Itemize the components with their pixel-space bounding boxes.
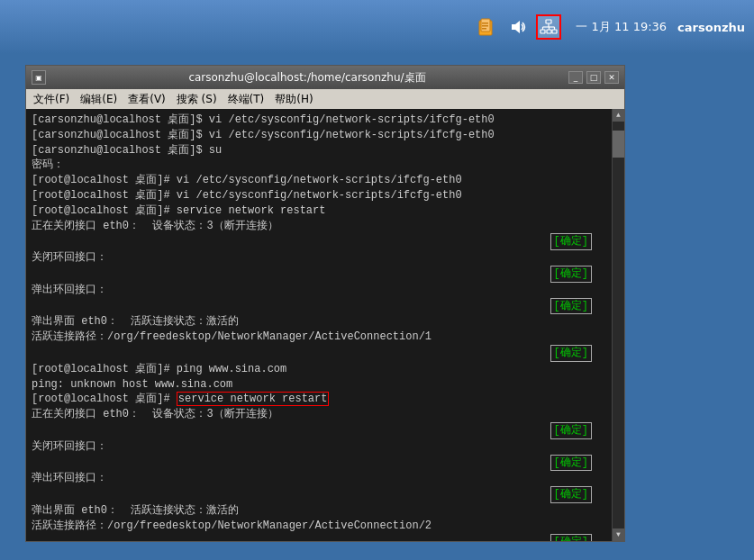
- taskbar: 一 1月 11 19:36 carsonzhu: [0, 0, 754, 54]
- scrollbar-up-button[interactable]: ▲: [613, 109, 625, 122]
- line-4: 密码：: [32, 158, 606, 173]
- menu-terminal[interactable]: 终端(T): [224, 91, 268, 108]
- minimize-button[interactable]: _: [568, 71, 583, 84]
- confirm-3: [确定]: [550, 298, 592, 315]
- svg-rect-3: [482, 25, 488, 27]
- volume-icon[interactable]: [505, 14, 531, 40]
- svg-rect-6: [546, 20, 551, 23]
- menu-edit[interactable]: 编辑(E): [77, 91, 121, 108]
- line-8: 正在关闭接口 eth0： 设备状态：3（断开连接）: [32, 219, 606, 234]
- terminal-text-area[interactable]: [carsonzhu@localhost 桌面]$ vi /etc/syscon…: [26, 109, 612, 541]
- taskbar-username: carsonzhu: [677, 21, 745, 34]
- files-icon[interactable]: [475, 14, 500, 40]
- line-14: ping: unknown host www.sina.com: [32, 377, 606, 393]
- line-9: 关闭环回接口：: [32, 250, 606, 266]
- scrollbar-track[interactable]: [613, 122, 625, 528]
- line-13: [root@localhost 桌面]# ping www.sina.com: [32, 362, 606, 377]
- line-1: [carsonzhu@localhost 桌面]$ vi /etc/syscon…: [32, 113, 606, 128]
- line-6: [root@localhost 桌面]# vi /etc/sysconfig/n…: [32, 188, 606, 203]
- confirm-1: [确定]: [550, 233, 592, 250]
- maximize-button[interactable]: □: [586, 71, 601, 84]
- menu-search[interactable]: 搜索 (S): [173, 91, 221, 108]
- confirm-5: [确定]: [550, 422, 592, 439]
- terminal-titlebar: ▣ carsonzhu@localhost:/home/carsonzhu/桌面…: [26, 66, 624, 89]
- confirm-4: [确定]: [550, 345, 592, 362]
- confirm-6: [确定]: [550, 455, 592, 472]
- terminal-title: carsonzhu@localhost:/home/carsonzhu/桌面: [46, 70, 568, 86]
- svg-rect-2: [482, 23, 488, 24]
- line-11: 弹出界面 eth0： 活跃连接状态：激活的: [32, 314, 606, 330]
- scrollbar-down-button[interactable]: ▼: [613, 528, 625, 541]
- highlighted-command: service network restart: [177, 392, 330, 406]
- svg-rect-7: [541, 30, 545, 33]
- scrollbar-thumb[interactable]: [613, 131, 625, 158]
- line-17: 关闭环回接口：: [32, 439, 606, 455]
- close-button[interactable]: ✕: [604, 71, 619, 84]
- terminal-content: [carsonzhu@localhost 桌面]$ vi /etc/syscon…: [26, 109, 624, 541]
- svg-rect-9: [552, 30, 557, 33]
- line-2: [carsonzhu@localhost 桌面]$ vi /etc/syscon…: [32, 128, 606, 143]
- line-10: 弹出环回接口：: [32, 283, 606, 298]
- terminal-controls: _ □ ✕: [568, 71, 619, 84]
- svg-rect-4: [482, 28, 486, 30]
- taskbar-time: 一 1月 11 19:36: [576, 19, 667, 35]
- terminal-scrollbar[interactable]: ▲ ▼: [612, 109, 624, 541]
- confirm-2: [确定]: [550, 266, 592, 283]
- line-3: [carsonzhu@localhost 桌面]$ su: [32, 143, 606, 158]
- terminal-icon: ▣: [32, 70, 46, 85]
- line-15: [root@localhost 桌面]# service network res…: [32, 392, 606, 407]
- confirm-8: [确定]: [550, 534, 592, 541]
- menu-file[interactable]: 文件(F): [30, 91, 73, 108]
- menu-help[interactable]: 帮助(H): [271, 91, 316, 108]
- line-18: 弹出环回接口：: [32, 471, 606, 486]
- svg-marker-5: [512, 21, 520, 33]
- svg-rect-8: [547, 30, 551, 33]
- confirm-7: [确定]: [550, 486, 592, 503]
- terminal-menu: 文件(F) 编辑(E) 查看(V) 搜索 (S) 终端(T) 帮助(H): [26, 89, 624, 109]
- line-7: [root@localhost 桌面]# service network res…: [32, 203, 606, 219]
- network-icon[interactable]: [536, 14, 561, 40]
- line-12: 活跃连接路径：/org/freedesktop/NetworkManager/A…: [32, 330, 606, 345]
- line-5: [root@localhost 桌面]# vi /etc/sysconfig/n…: [32, 173, 606, 188]
- taskbar-icons: [475, 14, 561, 40]
- terminal-window: ▣ carsonzhu@localhost:/home/carsonzhu/桌面…: [25, 65, 625, 542]
- line-16: 正在关闭接口 eth0： 设备状态：3（断开连接）: [32, 407, 606, 422]
- line-20: 活跃连接路径：/org/freedesktop/NetworkManager/A…: [32, 519, 606, 534]
- menu-view[interactable]: 查看(V): [124, 91, 169, 108]
- line-19: 弹出界面 eth0： 活跃连接状态：激活的: [32, 503, 606, 519]
